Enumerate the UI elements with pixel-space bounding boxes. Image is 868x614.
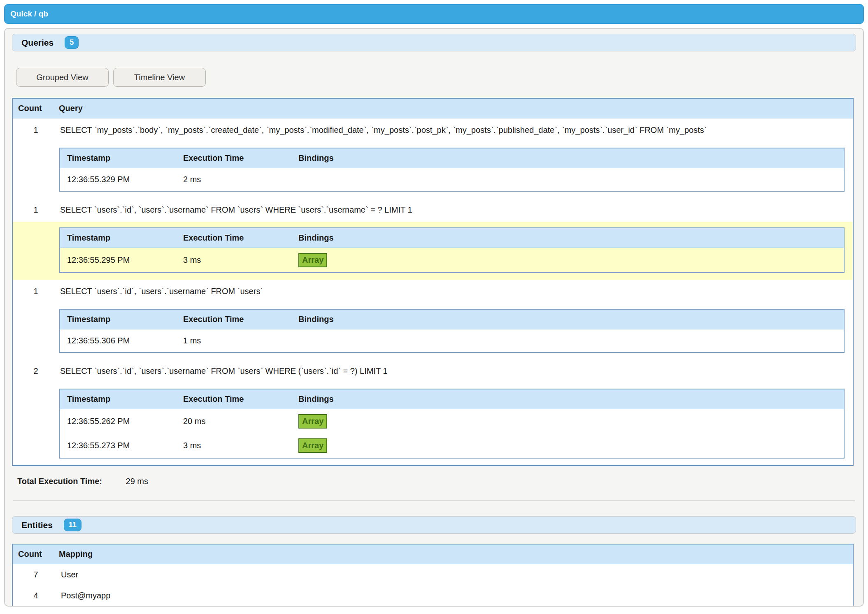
queries-count-badge: 5 [65,36,79,49]
queries-section-header: Queries 5 [12,34,856,51]
executions-header-execution-time: Execution Time [176,309,291,329]
bindings-cell [291,329,844,353]
queries-header-count: Count [12,98,59,118]
timestamp-cell: 12:36:55.295 PM [60,248,176,273]
query-count: 2 [12,359,59,383]
executions-header-timestamp: Timestamp [60,389,176,409]
entities-section-title: Entities [21,520,53,530]
entities-table-header-row: Count Mapping [12,544,853,564]
entities-section-header: Entities 11 [12,516,856,534]
view-toggle-group: Grouped View Timeline View [12,68,856,87]
timestamp-cell: 12:36:55.306 PM [60,329,176,353]
executions-header-execution-time: Execution Time [176,228,291,248]
executions-header-execution-time: Execution Time [176,389,291,409]
execution-row: 12:36:55.273 PM 3 ms Array [60,433,844,458]
titlebar: Quick / qb [4,4,864,24]
executions-header-timestamp: Timestamp [60,309,176,329]
executions-header-timestamp: Timestamp [60,148,176,168]
query-sql: SELECT `users`.`id`, `users`.`username` … [59,359,853,383]
executions-table: Timestamp Execution Time Bindings 12:36:… [59,148,845,192]
entities-count-badge: 11 [64,519,81,532]
execution-row: 12:36:55.295 PM 3 ms Array [60,248,844,273]
section-divider [13,500,855,501]
total-execution-time-label: Total Execution Time: [17,477,123,486]
debugbar-screen: Quick / qb Queries 5 Grouped View Timeli… [0,0,868,614]
entity-count: 4 [12,585,59,607]
debug-panel: Queries 5 Grouped View Timeline View Cou… [4,28,864,607]
query-executions-container: Timestamp Execution Time Bindings 12:36:… [12,383,853,466]
executions-header-row: Timestamp Execution Time Bindings [60,389,844,409]
execution-time-cell: 20 ms [176,409,291,434]
bindings-cell: Array [291,433,844,458]
executions-header-row: Timestamp Execution Time Bindings [60,148,844,168]
query-executions-row: Timestamp Execution Time Bindings 12:36:… [12,303,853,359]
executions-table: Timestamp Execution Time Bindings 12:36:… [59,309,845,353]
total-execution-time: Total Execution Time: 29 ms [17,477,856,486]
executions-header-timestamp: Timestamp [60,228,176,248]
executions-header-row: Timestamp Execution Time Bindings [60,309,844,329]
execution-time-cell: 1 ms [176,329,291,353]
execution-row: 12:36:55.329 PM 2 ms [60,168,844,192]
executions-table: Timestamp Execution Time Bindings 12:36:… [59,389,845,459]
query-executions-row: Timestamp Execution Time Bindings 12:36:… [12,383,853,466]
entities-table: Count Mapping 7 User 4 Post@myapp [12,544,854,607]
timestamp-cell: 12:36:55.262 PM [60,409,176,434]
bindings-array-button[interactable]: Array [298,253,327,267]
query-executions-container-highlighted: Timestamp Execution Time Bindings 12:36:… [12,222,853,280]
entities-header-mapping: Mapping [59,544,853,564]
bindings-cell [291,168,844,192]
entity-count: 7 [12,564,59,586]
query-count: 1 [12,118,59,142]
executions-header-execution-time: Execution Time [176,148,291,168]
executions-header-bindings: Bindings [291,309,844,329]
bindings-cell: Array [291,248,844,273]
executions-header-bindings: Bindings [291,228,844,248]
timeline-view-button[interactable]: Timeline View [113,68,206,87]
execution-time-cell: 2 ms [176,168,291,192]
query-count: 1 [12,280,59,303]
query-count: 1 [12,198,59,222]
entities-header-count: Count [12,544,59,564]
query-executions-container: Timestamp Execution Time Bindings 12:36:… [12,142,853,198]
query-executions-row: Timestamp Execution Time Bindings 12:36:… [12,142,853,198]
query-sql: SELECT `my_posts`.`body`, `my_posts`.`cr… [59,118,853,142]
query-row: 1 SELECT `users`.`id`, `users`.`username… [12,198,853,222]
bindings-array-button[interactable]: Array [298,438,327,453]
executions-table: Timestamp Execution Time Bindings 12:36:… [59,227,845,273]
query-executions-container: Timestamp Execution Time Bindings 12:36:… [12,303,853,359]
execution-row: 12:36:55.262 PM 20 ms Array [60,409,844,434]
entity-mapping: Post@myapp [59,585,853,607]
bindings-array-button[interactable]: Array [298,414,327,429]
bindings-cell: Array [291,409,844,434]
timestamp-cell: 12:36:55.329 PM [60,168,176,192]
execution-row: 12:36:55.306 PM 1 ms [60,329,844,353]
executions-header-row: Timestamp Execution Time Bindings [60,228,844,248]
query-executions-row: Timestamp Execution Time Bindings 12:36:… [12,222,853,280]
queries-table: Count Query 1 SELECT `my_posts`.`body`, … [12,98,854,466]
titlebar-title: Quick / qb [10,9,48,19]
entity-row: 7 User [12,564,853,586]
entity-mapping: User [59,564,853,586]
queries-header-query: Query [59,98,853,118]
queries-section-title: Queries [21,38,54,48]
executions-header-bindings: Bindings [291,148,844,168]
query-sql: SELECT `users`.`id`, `users`.`username` … [59,280,853,303]
grouped-view-button[interactable]: Grouped View [16,68,109,87]
entity-row: 4 Post@myapp [12,585,853,607]
query-sql: SELECT `users`.`id`, `users`.`username` … [59,198,853,222]
query-row: 1 SELECT `users`.`id`, `users`.`username… [12,280,853,303]
execution-time-cell: 3 ms [176,248,291,273]
query-row: 2 SELECT `users`.`id`, `users`.`username… [12,359,853,383]
execution-time-cell: 3 ms [176,433,291,458]
total-execution-time-value: 29 ms [126,477,148,486]
query-row: 1 SELECT `my_posts`.`body`, `my_posts`.`… [12,118,853,142]
executions-header-bindings: Bindings [291,389,844,409]
queries-table-header-row: Count Query [12,98,853,118]
timestamp-cell: 12:36:55.273 PM [60,433,176,458]
